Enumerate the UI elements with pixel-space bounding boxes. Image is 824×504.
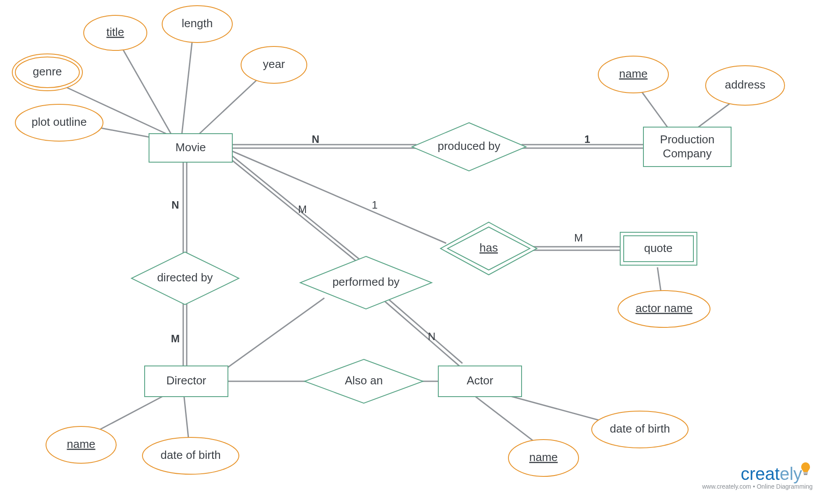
conn-directedby-director [183, 302, 187, 366]
svg-text:title: title [107, 25, 124, 39]
conn-dir-dob [184, 397, 188, 438]
attr-director-name: name [46, 426, 116, 463]
attr-title: title [84, 15, 147, 50]
conn-movie-directedby [183, 162, 187, 254]
entity-production-company: Production Company [643, 127, 731, 167]
attr-actor-dob: date of birth [592, 411, 688, 448]
svg-text:name: name [529, 451, 558, 464]
svg-text:Actor: Actor [467, 374, 494, 387]
logo-subtitle: www.creately.com • Online Diagramming [702, 483, 813, 490]
rel-produced-by: produced by [412, 123, 526, 171]
card-performedby-actor-N: N [428, 330, 435, 342]
attr-actor-name: name [508, 440, 579, 476]
svg-rect-63 [803, 472, 808, 474]
lightbulb-icon [801, 462, 810, 475]
svg-line-10 [384, 300, 459, 366]
attr-pc-name: name [598, 56, 668, 93]
svg-text:Company: Company [663, 147, 711, 160]
card-has-quote-M: M [574, 232, 583, 244]
attr-genre: genre [12, 54, 82, 91]
attr-quote-actorname: actor name [618, 291, 710, 327]
entity-director: Director [145, 366, 228, 397]
creately-logo: creately www.creately.com • Online Diagr… [702, 462, 813, 490]
svg-text:performed by: performed by [332, 275, 399, 288]
attr-plot-outline: plot outline [15, 104, 103, 141]
card-movie-directedby-N: N [171, 199, 179, 211]
rel-has: has [440, 222, 537, 275]
entity-quote: quote [620, 232, 697, 265]
conn-title-movie [121, 46, 171, 134]
svg-text:date of birth: date of birth [160, 448, 220, 461]
attr-pc-address: address [706, 66, 785, 105]
card-movie-performedby-M: M [298, 203, 307, 215]
conn-movie-has [232, 151, 446, 243]
entity-movie: Movie [149, 134, 232, 162]
card-directedby-director-M: M [171, 333, 180, 344]
card-movie-producedby-N: N [312, 133, 319, 145]
rel-directed-by: directed by [131, 252, 239, 305]
attr-length: length [162, 6, 232, 43]
svg-line-11 [387, 298, 462, 363]
svg-text:produced by: produced by [437, 139, 500, 153]
attr-year: year [241, 46, 307, 83]
rel-also-an: Also an [305, 359, 423, 403]
conn-length-movie [182, 35, 193, 134]
conn-movie-performedby [230, 156, 361, 263]
svg-rect-64 [804, 474, 807, 475]
card-producedby-pc-1: 1 [584, 133, 590, 145]
conn-movie-producedby [232, 145, 416, 148]
svg-text:genre: genre [33, 65, 62, 78]
conn-has-quote [533, 247, 620, 250]
conn-performedby-actor [384, 298, 462, 366]
svg-text:has: has [479, 241, 498, 254]
svg-text:plot outline: plot outline [32, 115, 87, 128]
svg-text:directed by: directed by [157, 271, 213, 284]
svg-text:quote: quote [644, 241, 672, 255]
svg-line-9 [232, 156, 361, 260]
svg-text:Movie: Movie [175, 141, 206, 154]
svg-text:address: address [725, 78, 766, 91]
conn-actor-name [476, 397, 541, 447]
entity-actor: Actor [438, 366, 522, 397]
svg-line-8 [230, 159, 359, 263]
attr-director-dob: date of birth [142, 437, 239, 474]
svg-text:creately: creately [741, 464, 802, 483]
svg-text:length: length [182, 17, 213, 30]
svg-text:name: name [67, 437, 95, 451]
svg-text:date of birth: date of birth [610, 422, 670, 435]
svg-text:name: name [619, 67, 647, 80]
conn-director-performedby [228, 298, 324, 367]
er-diagram: genre title length year plot outline nam… [0, 0, 824, 504]
svg-text:Also an: Also an [345, 374, 383, 387]
conn-producedby-pc [522, 145, 643, 148]
svg-text:Production: Production [660, 133, 714, 146]
svg-text:Director: Director [166, 374, 206, 387]
svg-text:year: year [263, 57, 285, 71]
svg-text:actor name: actor name [636, 302, 693, 315]
card-movie-has-1: 1 [372, 199, 377, 211]
